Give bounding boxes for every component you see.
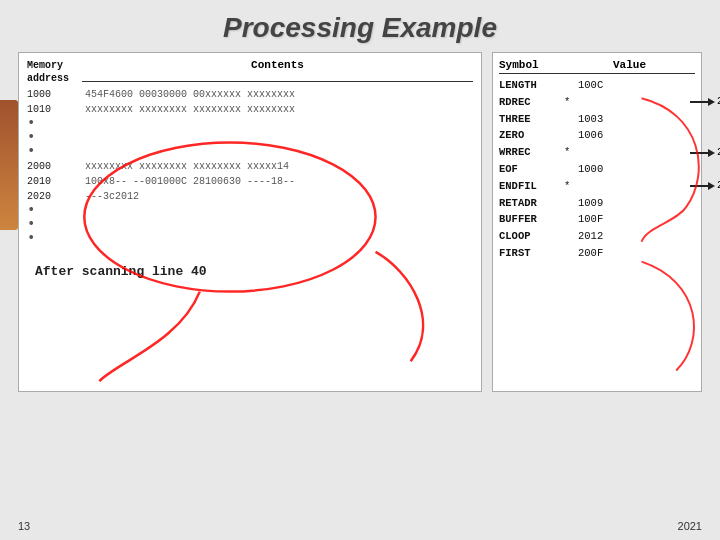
sym-row-EOF: EOF 1000 [499, 161, 695, 178]
mem-row-1010: 1010 xxxxxxxx xxxxxxxx xxxxxxxx xxxxxxxx [27, 102, 473, 117]
mem-row-2020: 2020 ---3c2012 [27, 189, 473, 204]
mem-cells-1010: xxxxxxxx xxxxxxxx xxxxxxxx xxxxxxxx [85, 102, 295, 117]
mem-addr-2020: 2020 [27, 189, 85, 204]
sym-row-BUFFER: BUFFER 100F [499, 211, 695, 228]
sym-col-symbol: Symbol [499, 59, 564, 71]
content-area: Memory address Contents 1000 454F4600 00… [18, 52, 702, 392]
sym-row-LENGTH: LENGTH 100C [499, 77, 695, 94]
sym-row-FIRST: FIRST 200F [499, 245, 695, 262]
sym-row-ZERO: ZERO 1006 [499, 127, 695, 144]
sym-row-RETADR: RETADR 1009 [499, 195, 695, 212]
sym-row-WRREC: WRREC * 201F ∅ [499, 144, 695, 161]
mem-addr-1000: 1000 [27, 87, 85, 102]
mem-dots-5: • [27, 218, 473, 232]
slide: Processing Example Memory address Conten… [0, 0, 720, 540]
sym-row-ENDFIL: ENDFIL * 201C ∅ [499, 178, 695, 195]
slide-number: 13 [18, 520, 30, 532]
mem-row-2010: 2010 100x8-- --001000C 28100630 ----18-- [27, 174, 473, 189]
mem-cells-1000: 454F4600 00030000 00xxxxxx xxxxxxxx [85, 87, 295, 102]
mem-table-header: Memory address Contents [27, 59, 473, 85]
symbol-table: Symbol Value LENGTH 100C RDREC * 2013 ∅ [492, 52, 702, 392]
mem-dots-1: • [27, 117, 473, 131]
slide-year: 2021 [678, 520, 702, 532]
mem-addr-1010: 1010 [27, 102, 85, 117]
left-bar [0, 100, 18, 230]
sym-row-THREE: THREE 1003 [499, 111, 695, 128]
sym-row-CLOOP: CLOOP 2012 [499, 228, 695, 245]
mem-dots-2: • [27, 131, 473, 145]
mem-dots-6: • [27, 232, 473, 246]
sym-table-header: Symbol Value [499, 59, 695, 74]
mem-dots-3: • [27, 145, 473, 159]
mem-dots-4: • [27, 204, 473, 218]
mem-cells-2010: 100x8-- --001000C 28100630 ----18-- [85, 174, 295, 189]
mem-row-2000: 2000 xxxxxxxx xxxxxxxx xxxxxxxx xxxxx14 [27, 159, 473, 174]
mem-cells-2000: xxxxxxxx xxxxxxxx xxxxxxxx xxxxx14 [85, 159, 289, 174]
mem-cells-2020: ---3c2012 [85, 189, 139, 204]
mem-row-1000: 1000 454F4600 00030000 00xxxxxx xxxxxxxx [27, 87, 473, 102]
slide-title: Processing Example [0, 0, 720, 52]
mem-addr-header: Memory address [27, 59, 82, 85]
mem-addr-2000: 2000 [27, 159, 85, 174]
slide-footer: 13 2021 [0, 520, 720, 532]
sym-row-RDREC: RDREC * 2013 ∅ [499, 94, 695, 111]
after-scan-label: After scanning line 40 [35, 264, 473, 279]
sym-col-value: Value [564, 59, 695, 71]
memory-table: Memory address Contents 1000 454F4600 00… [18, 52, 482, 392]
mem-addr-2010: 2010 [27, 174, 85, 189]
mem-contents-header: Contents [82, 59, 473, 82]
